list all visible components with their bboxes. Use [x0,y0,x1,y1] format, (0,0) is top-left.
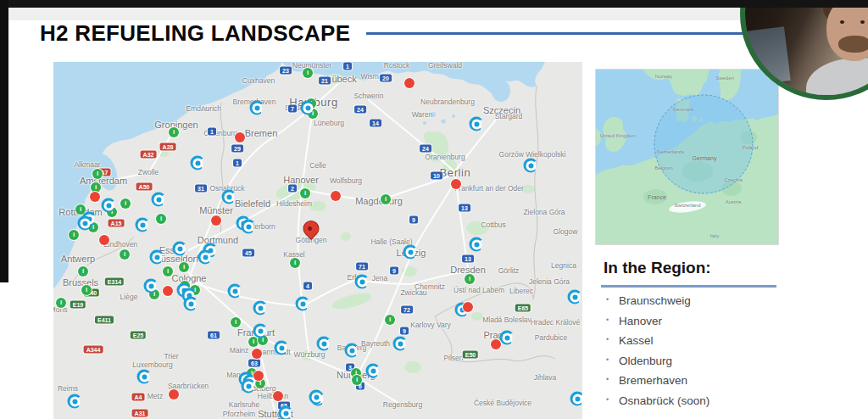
station-marker-blue[interactable] [191,156,205,170]
station-marker-green[interactable] [69,230,79,240]
station-marker-blue[interactable] [393,337,408,351]
city-label: Frankfurt an der Oder [454,184,524,193]
road-badge: 9 [409,216,418,224]
station-marker-red[interactable] [273,391,283,401]
city-label: Hildesheim [276,199,312,208]
mini-europe-map[interactable]: United KingdomNorwaySwedenDenmarkNetherl… [596,70,778,244]
station-marker-green[interactable] [381,194,391,204]
station-marker-blue[interactable] [78,216,92,231]
station-marker-green[interactable] [300,188,310,198]
station-marker-blue[interactable] [242,379,256,394]
road-badge: 1 [343,63,352,70]
station-marker-red[interactable] [169,389,179,399]
station-marker-green[interactable] [179,262,189,272]
station-marker-green[interactable] [385,315,395,325]
station-marker-blue[interactable] [317,337,331,351]
station-marker-green[interactable] [120,249,130,260]
station-marker-blue[interactable] [198,250,213,265]
station-marker-blue[interactable] [184,297,198,311]
city-label: Karlsruhe [229,400,259,409]
road-badge: 71 [356,263,368,271]
station-marker-blue[interactable] [355,275,370,289]
station-marker-blue[interactable] [470,117,484,131]
country-label: Austria [726,199,742,204]
city-label: Bremen [245,128,278,138]
station-marker-blue[interactable] [250,101,264,115]
station-marker-blue[interactable] [403,245,418,260]
station-marker-blue[interactable] [279,406,293,419]
country-label: Switzerland [674,203,700,208]
station-marker-blue[interactable] [309,390,324,405]
station-marker-red[interactable] [90,192,100,202]
station-marker-red[interactable] [451,179,461,189]
road-badge: 24 [420,145,431,153]
station-marker-green[interactable] [92,169,103,179]
station-marker-blue[interactable] [228,284,242,299]
country-label: Czechia [724,177,743,182]
station-marker-blue[interactable] [570,392,583,406]
station-marker-blue[interactable] [301,101,315,115]
city-label: Zwickau [400,288,426,297]
station-marker-blue[interactable] [137,370,152,384]
station-marker-blue[interactable] [136,218,150,232]
station-marker-blue[interactable] [68,394,82,409]
station-marker-blue[interactable] [102,198,116,213]
city-label: Karlovy Vary [410,321,451,329]
station-marker-blue[interactable] [222,190,236,204]
left-letterbox-bar [0,0,8,282]
station-marker-red[interactable] [252,349,262,359]
station-marker-red[interactable] [331,191,341,201]
station-marker-red[interactable] [253,371,264,381]
city-label: Hanover [283,175,319,185]
road-badge: 23 [280,67,292,75]
station-marker-green[interactable] [352,375,362,385]
station-marker-blue[interactable] [470,237,484,252]
station-marker-blue[interactable] [296,297,310,311]
region-list-item: Osnabrück (soon) [604,394,709,407]
road-badge: 1 [208,128,216,136]
station-marker-blue[interactable] [152,193,166,207]
city-label: Pilsen [443,354,463,362]
city-label: Lübeck [326,74,356,84]
station-marker-green[interactable] [290,258,300,268]
station-marker-red[interactable] [463,302,473,312]
station-marker-green[interactable] [120,198,131,209]
station-marker-blue[interactable] [568,290,582,304]
station-marker-red[interactable] [491,339,501,349]
city-label: Würzburg [294,350,326,359]
station-marker-blue[interactable] [242,220,256,234]
station-marker-green[interactable] [169,127,179,137]
station-marker-blue[interactable] [275,341,289,355]
station-marker-red[interactable] [99,235,109,245]
station-marker-blue[interactable] [253,324,268,338]
region-list-item: Oldenburg [604,355,709,367]
station-marker-green[interactable] [156,214,166,224]
station-marker-blue[interactable] [366,364,381,378]
station-marker-green[interactable] [303,68,313,78]
station-marker-blue[interactable] [253,301,268,316]
station-marker-blue[interactable] [500,331,515,345]
station-marker-blue[interactable] [150,250,164,265]
station-marker-green[interactable] [56,298,66,308]
road-badge: 61 [208,332,220,339]
road-badge: E19 [70,301,86,309]
city-label: Pardubice [535,333,567,342]
city-label: Hradec Králové [531,318,581,327]
station-marker-blue[interactable] [524,159,538,173]
station-marker-green[interactable] [163,266,173,277]
station-marker-green[interactable] [78,266,88,277]
road-badge: 21 [319,77,331,85]
station-marker-red[interactable] [163,286,173,296]
station-marker-blue[interactable] [345,344,359,358]
station-marker-blue[interactable] [173,242,187,256]
station-marker-blue[interactable] [144,279,159,293]
station-marker-red[interactable] [235,132,245,142]
city-label: Antwerp [61,254,95,264]
station-marker-red[interactable] [211,215,221,226]
station-marker-green[interactable] [231,317,241,327]
station-marker-red[interactable] [404,78,415,88]
station-marker-green[interactable] [81,285,92,295]
main-map[interactable]: AlkmaarAmsterdamRotterdamZwolleGroningen… [53,62,582,419]
station-marker-green[interactable] [465,274,475,284]
city-label: Regensburg [383,400,422,409]
